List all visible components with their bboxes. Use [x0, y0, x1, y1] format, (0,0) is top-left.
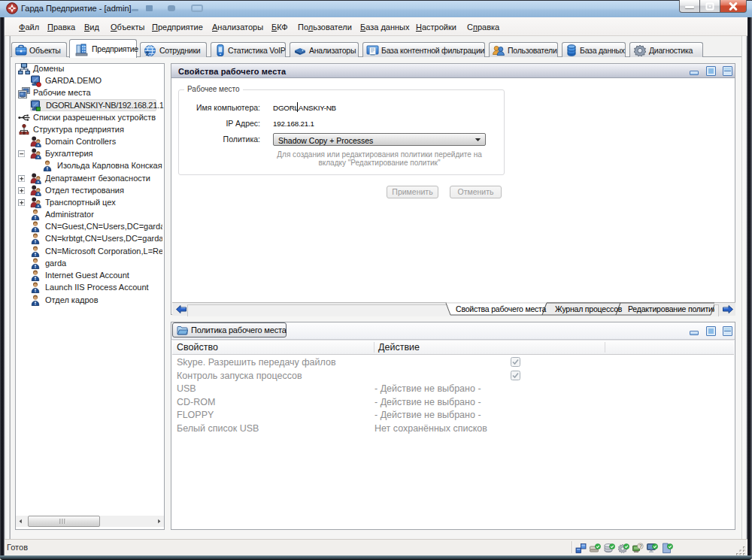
svg-text:Свойства рабочего места: Свойства рабочего места: [456, 304, 547, 313]
svg-text:Редактирование политик: Редактирование политик: [628, 304, 714, 313]
svg-text:?: ?: [639, 543, 642, 549]
svg-text:Журнал процессов: Журнал процессов: [555, 304, 623, 313]
